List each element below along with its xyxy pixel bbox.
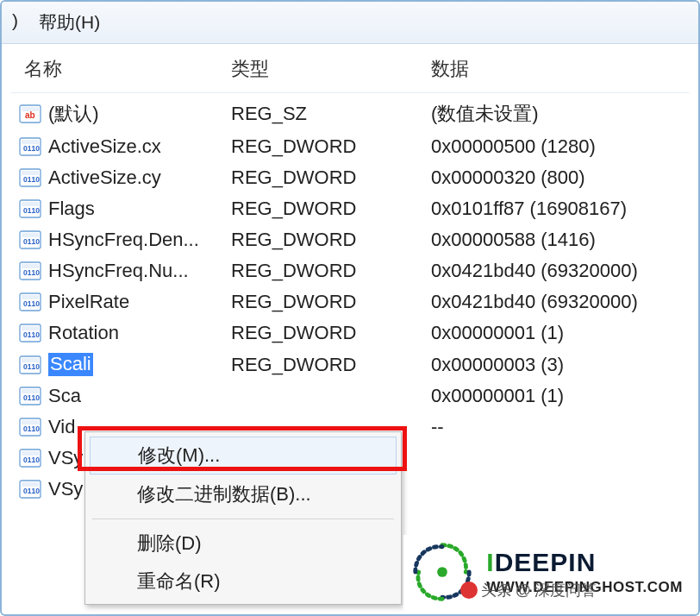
- byline: 头条 @ 深度问答: [460, 580, 597, 600]
- value-type: REG_SZ: [231, 103, 431, 125]
- column-name[interactable]: 名称: [24, 56, 231, 82]
- reg-binary-icon: 0110: [19, 261, 41, 280]
- value-type: REG_DWORD: [231, 354, 431, 376]
- value-type: REG_DWORD: [231, 260, 431, 282]
- value-data: 0x00000500 (1280): [431, 135, 686, 158]
- reg-sz-icon: ab: [19, 104, 41, 123]
- svg-point-39: [437, 567, 447, 577]
- value-name: PixelRate: [48, 291, 129, 313]
- svg-text:ab: ab: [25, 110, 35, 120]
- reg-binary-icon: 0110: [19, 355, 41, 374]
- reg-binary-icon: 0110: [19, 480, 41, 499]
- avatar-icon: [460, 581, 478, 599]
- byline-prefix: 头条: [481, 580, 512, 600]
- watermark-brand: IDEEPIN: [486, 548, 596, 577]
- table-row[interactable]: 0110ActiveSize.cxREG_DWORD0x00000500 (12…: [10, 131, 690, 162]
- svg-text:0110: 0110: [23, 330, 40, 339]
- reg-binary-icon: 0110: [19, 449, 41, 468]
- value-data: 0x00000588 (1416): [431, 229, 686, 251]
- table-row[interactable]: 0110HSyncFreq.Den...REG_DWORD0x00000588 …: [10, 224, 690, 255]
- reg-binary-icon: 0110: [19, 324, 41, 343]
- value-type: REG_DWORD: [231, 167, 431, 189]
- reg-binary-icon: 0110: [19, 418, 41, 437]
- value-data: 0x00000001 (1): [431, 385, 686, 407]
- value-name: Scali: [48, 353, 93, 376]
- value-type: REG_DWORD: [231, 291, 431, 313]
- value-type: REG_DWORD: [231, 322, 431, 344]
- table-row[interactable]: 0110PixelRateREG_DWORD0x0421bd40 (693200…: [10, 286, 690, 317]
- svg-text:0110: 0110: [23, 206, 40, 215]
- reg-binary-icon: 0110: [19, 230, 41, 249]
- menubar-truncated: ): [2, 7, 28, 38]
- table-row[interactable]: 0110ScaliREG_DWORD0x00000003 (3): [10, 349, 690, 380]
- value-name: HSyncFreq.Den...: [48, 229, 199, 251]
- value-data: 0x00000001 (1): [431, 322, 686, 344]
- table-row[interactable]: ab(默认)REG_SZ(数值未设置): [10, 97, 690, 131]
- byline-name: 深度问答: [534, 580, 597, 600]
- ctx-separator: [92, 519, 394, 519]
- value-data: 0x0421bd40 (69320000): [431, 291, 686, 313]
- table-row[interactable]: 0110RotationREG_DWORD0x00000001 (1): [10, 317, 690, 349]
- value-data: 0x00000003 (3): [431, 354, 686, 376]
- table-row[interactable]: 0110HSyncFreq.Nu...REG_DWORD0x0421bd40 (…: [10, 255, 690, 286]
- column-data[interactable]: 数据: [431, 56, 681, 82]
- byline-at: @: [516, 581, 531, 600]
- svg-text:0110: 0110: [23, 175, 40, 184]
- reg-binary-icon: 0110: [19, 387, 41, 405]
- value-name: Flags: [48, 198, 95, 220]
- svg-text:0110: 0110: [23, 393, 40, 402]
- value-name: Vid: [48, 416, 75, 438]
- svg-text:0110: 0110: [23, 299, 40, 308]
- svg-text:0110: 0110: [23, 487, 40, 495]
- value-data: 0x0101ff87 (16908167): [431, 198, 686, 220]
- ctx-modify-binary[interactable]: 修改二进制数据(B)...: [87, 475, 399, 513]
- value-name: VSy: [48, 478, 83, 500]
- context-menu: 修改(M)... 修改二进制数据(B)... 删除(D) 重命名(R): [84, 431, 402, 605]
- value-data: (数值未设置): [431, 101, 686, 127]
- svg-text:0110: 0110: [23, 237, 40, 246]
- svg-text:0110: 0110: [23, 144, 40, 153]
- ctx-rename[interactable]: 重命名(R): [87, 563, 399, 600]
- reg-binary-icon: 0110: [19, 168, 41, 187]
- value-name: Sca: [48, 385, 81, 407]
- menu-help[interactable]: 帮助(H): [28, 7, 110, 38]
- value-type: REG_DWORD: [231, 135, 431, 158]
- value-name: (默认): [48, 101, 99, 127]
- svg-text:0110: 0110: [23, 424, 40, 433]
- column-type[interactable]: 类型: [231, 56, 431, 82]
- value-data: 0x00000320 (800): [431, 167, 686, 189]
- svg-text:0110: 0110: [23, 268, 40, 277]
- reg-binary-icon: 0110: [19, 199, 41, 218]
- value-name: Rotation: [48, 322, 119, 344]
- ctx-modify[interactable]: 修改(M)...: [90, 437, 397, 475]
- value-type: REG_DWORD: [231, 229, 431, 251]
- reg-binary-icon: 0110: [19, 137, 41, 156]
- value-name: ActiveSize.cy: [48, 167, 161, 189]
- value-name: HSyncFreq.Nu...: [48, 260, 189, 282]
- table-row[interactable]: 0110Sca0x00000001 (1): [10, 380, 690, 412]
- value-type: REG_DWORD: [231, 198, 431, 220]
- table-row[interactable]: 0110FlagsREG_DWORD0x0101ff87 (16908167): [10, 193, 690, 224]
- ctx-delete[interactable]: 删除(D): [87, 525, 399, 563]
- column-headers: 名称 类型 数据: [10, 47, 690, 93]
- table-row[interactable]: 0110ActiveSize.cyREG_DWORD0x00000320 (80…: [10, 162, 690, 193]
- value-name: VSy: [48, 447, 83, 469]
- svg-text:0110: 0110: [23, 456, 40, 464]
- value-data: 0x0421bd40 (69320000): [431, 260, 686, 282]
- reg-binary-icon: 0110: [19, 292, 41, 311]
- svg-text:0110: 0110: [23, 362, 40, 371]
- value-data: --: [431, 416, 686, 438]
- value-name: ActiveSize.cx: [48, 135, 161, 158]
- menubar: ) 帮助(H): [2, 2, 698, 44]
